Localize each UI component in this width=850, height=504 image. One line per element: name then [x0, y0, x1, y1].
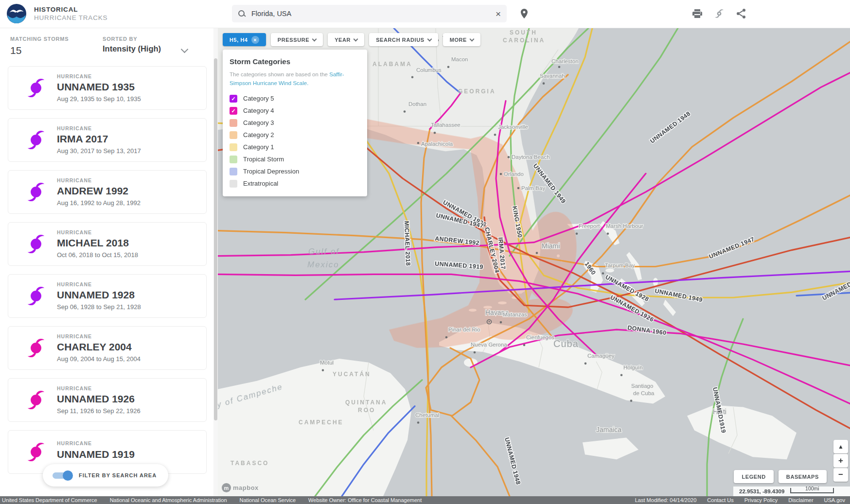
map-place-label: Chetumal — [415, 412, 439, 418]
city-dot — [543, 82, 545, 85]
map-scale-label: 100mi — [791, 486, 833, 491]
chevron-down-icon — [312, 36, 317, 41]
filter-chip[interactable]: SEARCH RADIUS — [369, 33, 438, 46]
print-icon[interactable] — [691, 8, 703, 19]
category-row[interactable]: ✓ Category 4 — [230, 104, 358, 117]
scrollbar-thumb[interactable] — [214, 58, 217, 420]
storm-card[interactable]: HURRICANE UNNAMED 1926 Sep 11, 1926 to S… — [8, 378, 207, 422]
sort-dropdown[interactable]: SORTED BY Intensity (High) — [103, 36, 214, 56]
noaa-logo[interactable] — [7, 4, 26, 23]
map-place-label: Charleston — [551, 58, 579, 64]
storm-card[interactable]: HURRICANE UNNAMED 1928 Sep 06, 1928 to S… — [8, 274, 207, 318]
map-container: ALABAMAGEORGIASOUTHCAROLINAYUCATÁNQUINTA… — [218, 28, 850, 496]
basemaps-button[interactable]: BASEMAPS — [779, 470, 827, 483]
storm-card[interactable]: HURRICANE IRMA 2017 Aug 30, 2017 to Sep … — [8, 118, 207, 162]
chip-label: MORE — [450, 37, 467, 43]
map-place-label: Santiago — [631, 383, 653, 389]
category-row[interactable]: ✓ Tropical Depression — [230, 165, 358, 177]
footer-link[interactable]: National Oceanic and Atmospheric Adminis… — [110, 497, 227, 503]
storm-cyclone-icon — [25, 337, 47, 359]
category-checkbox[interactable]: ✓ — [230, 143, 237, 151]
category-row[interactable]: ✓ Category 1 — [230, 141, 358, 153]
storm-name: MICHAEL 2018 — [57, 238, 138, 248]
search-bar[interactable]: Florida, USA × — [232, 5, 507, 22]
map-place-label: Dothan — [408, 101, 426, 107]
city-dot — [494, 134, 496, 136]
footer-left-links: United States Department of CommerceNati… — [2, 497, 422, 503]
footer-link[interactable]: Disclaimer — [788, 497, 813, 503]
filter-by-search-area-toggle[interactable]: FILTER BY SEARCH AREA — [43, 464, 168, 487]
chip-label: YEAR — [335, 37, 351, 43]
city-dot — [474, 351, 476, 354]
map-place-label: Holguín — [623, 365, 643, 370]
category-checkbox[interactable]: ✓ — [230, 180, 237, 188]
footer-link[interactable]: Contact Us — [707, 497, 733, 503]
storm-name: ANDREW 1992 — [57, 186, 141, 196]
category-checkbox[interactable]: ✓ — [230, 119, 237, 127]
city-dot — [517, 187, 520, 190]
filter-chip[interactable]: H5, H4 × — [223, 33, 266, 46]
mapbox-wordmark: mapbox — [233, 484, 259, 491]
storm-card[interactable]: HURRICANE UNNAMED 1935 Aug 29, 1935 to S… — [8, 66, 207, 110]
footer-link[interactable]: United States Department of Commerce — [2, 497, 97, 503]
map-place-label: Miami — [542, 242, 560, 250]
map-place-label: Orlando — [504, 171, 524, 177]
search-input[interactable]: Florida, USA — [251, 10, 496, 17]
storm-card[interactable]: HURRICANE ANDREW 1992 Aug 16, 1992 to Au… — [8, 170, 207, 214]
share-icon[interactable] — [735, 8, 747, 19]
storm-card[interactable]: HURRICANE MICHAEL 2018 Oct 06, 2018 to O… — [8, 222, 207, 266]
map-place-label: Tallahassee — [431, 122, 460, 128]
city-dot — [445, 336, 448, 339]
zoom-in-button[interactable]: + — [833, 454, 848, 468]
check-icon: ✓ — [230, 95, 237, 103]
pan-up-button[interactable]: ▲ — [833, 440, 848, 453]
toggle-switch[interactable] — [53, 472, 72, 479]
search-clear-icon[interactable]: × — [496, 9, 501, 18]
category-row[interactable]: ✓ Tropical Storm — [230, 153, 358, 165]
footer-link[interactable]: USA.gov — [824, 497, 845, 503]
noaa-historical-hurricane-tracks-app: HISTORICAL HURRICANE TRACKS Florida, USA… — [0, 0, 850, 504]
mapbox-attribution[interactable]: m mapbox — [222, 483, 259, 492]
category-row[interactable]: ✓ Category 2 — [230, 129, 358, 141]
location-pin-icon[interactable] — [518, 8, 530, 19]
category-checkbox[interactable]: ✓ — [230, 156, 237, 163]
map-status-bar: 22.9531, -89.4309 100mi — [733, 487, 850, 496]
storm-type-label: HURRICANE — [57, 126, 141, 131]
category-label: Category 2 — [243, 131, 274, 139]
footer-link[interactable]: Last Modified: 04/14/2020 — [635, 497, 697, 503]
category-row[interactable]: ✓ Category 5 — [230, 92, 358, 104]
hurricane-icon[interactable] — [713, 8, 725, 19]
storm-dates: Sep 06, 1928 to Sep 21, 1928 — [57, 304, 141, 310]
storm-name: UNNAMED 1919 — [57, 449, 135, 459]
map-place-label: Savannah — [540, 73, 565, 79]
map-place-label: Jacksonville — [498, 124, 528, 130]
storm-card[interactable]: HURRICANE CHARLEY 2004 Aug 09, 2004 to A… — [8, 326, 207, 370]
footer-link[interactable]: Privacy Policy — [744, 497, 778, 503]
category-label: Category 1 — [243, 143, 274, 151]
category-checkbox[interactable]: ✓ — [230, 107, 237, 115]
category-label: Extratropical — [243, 180, 278, 187]
chip-close-icon[interactable]: × — [251, 36, 259, 44]
storm-type-label: HURRICANE — [57, 441, 135, 446]
filter-chip[interactable]: YEAR — [328, 33, 364, 46]
storm-name: IRMA 2017 — [57, 134, 141, 144]
legend-button[interactable]: LEGEND — [734, 470, 773, 483]
chip-label: SEARCH RADIUS — [376, 37, 424, 43]
category-checkbox[interactable]: ✓ — [230, 131, 237, 139]
category-row[interactable]: ✓ Category 3 — [230, 117, 358, 129]
category-checkbox[interactable]: ✓ — [230, 95, 237, 103]
footer-link[interactable]: National Ocean Service — [240, 497, 296, 503]
category-checkbox[interactable]: ✓ — [230, 168, 237, 175]
map-place-label: Gulf of — [308, 247, 339, 256]
zoom-out-button[interactable]: − — [833, 468, 848, 482]
filter-chip[interactable]: PRESSURE — [271, 33, 323, 46]
matching-storms-label: MATCHING STORMS — [10, 36, 103, 42]
city-dot — [576, 232, 578, 235]
sidebar-scrollbar[interactable] — [213, 28, 218, 496]
city-dot — [411, 76, 414, 78]
storm-cyclone-icon — [25, 285, 47, 307]
storm-name: UNNAMED 1926 — [57, 394, 141, 404]
category-row[interactable]: ✓ Extratropical — [230, 177, 358, 190]
footer-link[interactable]: Website Owner: Office for Coastal Manage… — [308, 497, 422, 503]
filter-chip[interactable]: MORE — [443, 33, 480, 46]
